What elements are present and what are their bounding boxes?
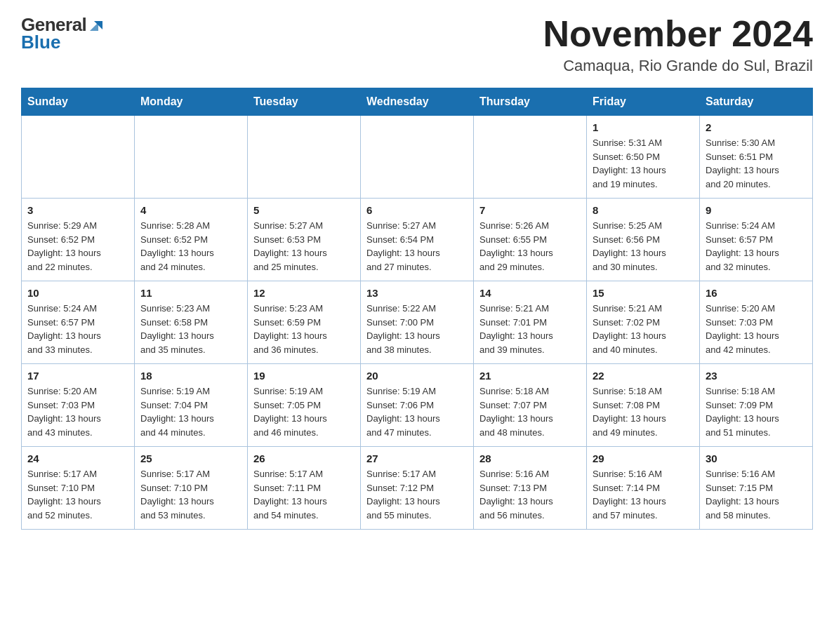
day-info: Sunrise: 5:17 AMSunset: 7:10 PMDaylight:… (27, 467, 128, 522)
day-number: 16 (706, 287, 807, 299)
day-info: Sunrise: 5:19 AMSunset: 7:05 PMDaylight:… (253, 384, 355, 439)
day-info: Sunrise: 5:27 AMSunset: 6:54 PMDaylight:… (366, 219, 468, 274)
calendar-cell: 7Sunrise: 5:26 AMSunset: 6:55 PMDaylight… (474, 199, 587, 281)
day-number: 24 (27, 452, 128, 464)
page-title: November 2024 (543, 14, 813, 54)
day-info: Sunrise: 5:22 AMSunset: 7:00 PMDaylight:… (366, 302, 468, 356)
weekday-header-monday: Monday (135, 88, 248, 116)
day-info: Sunrise: 5:20 AMSunset: 7:03 PMDaylight:… (27, 384, 128, 439)
day-number: 9 (706, 204, 807, 216)
day-info: Sunrise: 5:17 AMSunset: 7:11 PMDaylight:… (253, 467, 355, 522)
calendar-cell: 4Sunrise: 5:28 AMSunset: 6:52 PMDaylight… (135, 199, 248, 281)
weekday-header-tuesday: Tuesday (248, 88, 361, 116)
weekday-header-friday: Friday (587, 88, 700, 116)
day-info: Sunrise: 5:19 AMSunset: 7:04 PMDaylight:… (140, 384, 241, 439)
calendar-week-row: 1Sunrise: 5:31 AMSunset: 6:50 PMDaylight… (22, 116, 813, 199)
calendar-cell: 28Sunrise: 5:16 AMSunset: 7:13 PMDayligh… (474, 447, 587, 530)
calendar-cell: 26Sunrise: 5:17 AMSunset: 7:11 PMDayligh… (248, 447, 361, 530)
day-number: 2 (706, 121, 807, 133)
calendar-cell: 24Sunrise: 5:17 AMSunset: 7:10 PMDayligh… (22, 447, 135, 530)
day-number: 15 (593, 287, 694, 299)
calendar-cell: 13Sunrise: 5:22 AMSunset: 7:00 PMDayligh… (361, 281, 474, 364)
day-info: Sunrise: 5:30 AMSunset: 6:51 PMDaylight:… (706, 136, 807, 191)
day-number: 1 (593, 121, 694, 133)
logo-bottom: Blue (21, 32, 60, 53)
weekday-header-saturday: Saturday (700, 88, 813, 116)
calendar-cell (135, 116, 248, 199)
calendar-cell: 3Sunrise: 5:29 AMSunset: 6:52 PMDaylight… (22, 199, 135, 281)
day-info: Sunrise: 5:31 AMSunset: 6:50 PMDaylight:… (593, 136, 694, 191)
calendar-cell: 15Sunrise: 5:21 AMSunset: 7:02 PMDayligh… (587, 281, 700, 364)
day-info: Sunrise: 5:23 AMSunset: 6:58 PMDaylight:… (140, 302, 241, 356)
day-number: 6 (366, 204, 468, 216)
calendar-cell (248, 116, 361, 199)
calendar-cell: 22Sunrise: 5:18 AMSunset: 7:08 PMDayligh… (587, 364, 700, 447)
day-info: Sunrise: 5:24 AMSunset: 6:57 PMDaylight:… (706, 219, 807, 274)
day-info: Sunrise: 5:28 AMSunset: 6:52 PMDaylight:… (140, 219, 241, 274)
calendar-week-row: 10Sunrise: 5:24 AMSunset: 6:57 PMDayligh… (22, 281, 813, 364)
calendar-week-row: 24Sunrise: 5:17 AMSunset: 7:10 PMDayligh… (22, 447, 813, 530)
day-number: 11 (140, 287, 241, 299)
day-info: Sunrise: 5:25 AMSunset: 6:56 PMDaylight:… (593, 219, 694, 274)
calendar-cell (22, 116, 135, 199)
day-number: 4 (140, 204, 241, 216)
day-number: 29 (593, 452, 694, 464)
calendar-cell: 25Sunrise: 5:17 AMSunset: 7:10 PMDayligh… (135, 447, 248, 530)
day-info: Sunrise: 5:19 AMSunset: 7:06 PMDaylight:… (366, 384, 468, 439)
calendar-cell: 18Sunrise: 5:19 AMSunset: 7:04 PMDayligh… (135, 364, 248, 447)
day-info: Sunrise: 5:18 AMSunset: 7:08 PMDaylight:… (593, 384, 694, 439)
weekday-header-row: SundayMondayTuesdayWednesdayThursdayFrid… (22, 88, 813, 116)
weekday-header-thursday: Thursday (474, 88, 587, 116)
day-info: Sunrise: 5:17 AMSunset: 7:10 PMDaylight:… (140, 467, 241, 522)
calendar-cell: 23Sunrise: 5:18 AMSunset: 7:09 PMDayligh… (700, 364, 813, 447)
day-number: 17 (27, 370, 128, 382)
calendar-cell: 10Sunrise: 5:24 AMSunset: 6:57 PMDayligh… (22, 281, 135, 364)
calendar-cell: 20Sunrise: 5:19 AMSunset: 7:06 PMDayligh… (361, 364, 474, 447)
calendar-cell: 14Sunrise: 5:21 AMSunset: 7:01 PMDayligh… (474, 281, 587, 364)
calendar-cell: 16Sunrise: 5:20 AMSunset: 7:03 PMDayligh… (700, 281, 813, 364)
day-number: 25 (140, 452, 241, 464)
weekday-header-sunday: Sunday (22, 88, 135, 116)
calendar-cell: 21Sunrise: 5:18 AMSunset: 7:07 PMDayligh… (474, 364, 587, 447)
calendar-cell: 9Sunrise: 5:24 AMSunset: 6:57 PMDaylight… (700, 199, 813, 281)
day-number: 10 (27, 287, 128, 299)
day-number: 8 (593, 204, 694, 216)
day-number: 28 (479, 452, 581, 464)
day-number: 30 (706, 452, 807, 464)
day-number: 19 (253, 370, 355, 382)
day-info: Sunrise: 5:26 AMSunset: 6:55 PMDaylight:… (479, 219, 581, 274)
day-number: 18 (140, 370, 241, 382)
day-number: 12 (253, 287, 355, 299)
calendar-cell: 6Sunrise: 5:27 AMSunset: 6:54 PMDaylight… (361, 199, 474, 281)
day-info: Sunrise: 5:29 AMSunset: 6:52 PMDaylight:… (27, 219, 128, 274)
day-number: 20 (366, 370, 468, 382)
page-header: General Blue November 2024 Camaqua, Rio … (21, 14, 813, 75)
calendar-week-row: 3Sunrise: 5:29 AMSunset: 6:52 PMDaylight… (22, 199, 813, 281)
day-info: Sunrise: 5:18 AMSunset: 7:07 PMDaylight:… (479, 384, 581, 439)
calendar-cell: 12Sunrise: 5:23 AMSunset: 6:59 PMDayligh… (248, 281, 361, 364)
logo: General Blue (21, 14, 104, 53)
day-info: Sunrise: 5:27 AMSunset: 6:53 PMDaylight:… (253, 219, 355, 274)
subtitle: Camaqua, Rio Grande do Sul, Brazil (543, 57, 813, 75)
calendar-cell: 19Sunrise: 5:19 AMSunset: 7:05 PMDayligh… (248, 364, 361, 447)
day-info: Sunrise: 5:16 AMSunset: 7:15 PMDaylight:… (706, 467, 807, 522)
calendar-table: SundayMondayTuesdayWednesdayThursdayFrid… (21, 88, 813, 530)
day-number: 3 (27, 204, 128, 216)
calendar-cell: 30Sunrise: 5:16 AMSunset: 7:15 PMDayligh… (700, 447, 813, 530)
day-number: 5 (253, 204, 355, 216)
calendar-cell: 5Sunrise: 5:27 AMSunset: 6:53 PMDaylight… (248, 199, 361, 281)
weekday-header-wednesday: Wednesday (361, 88, 474, 116)
calendar-cell: 29Sunrise: 5:16 AMSunset: 7:14 PMDayligh… (587, 447, 700, 530)
day-info: Sunrise: 5:21 AMSunset: 7:01 PMDaylight:… (479, 302, 581, 356)
calendar-cell (474, 116, 587, 199)
calendar-cell: 1Sunrise: 5:31 AMSunset: 6:50 PMDaylight… (587, 116, 700, 199)
day-info: Sunrise: 5:18 AMSunset: 7:09 PMDaylight:… (706, 384, 807, 439)
day-number: 13 (366, 287, 468, 299)
title-block: November 2024 Camaqua, Rio Grande do Sul… (543, 14, 813, 75)
calendar-cell: 27Sunrise: 5:17 AMSunset: 7:12 PMDayligh… (361, 447, 474, 530)
day-number: 22 (593, 370, 694, 382)
day-info: Sunrise: 5:17 AMSunset: 7:12 PMDaylight:… (366, 467, 468, 522)
calendar-cell (361, 116, 474, 199)
day-info: Sunrise: 5:24 AMSunset: 6:57 PMDaylight:… (27, 302, 128, 356)
day-number: 23 (706, 370, 807, 382)
